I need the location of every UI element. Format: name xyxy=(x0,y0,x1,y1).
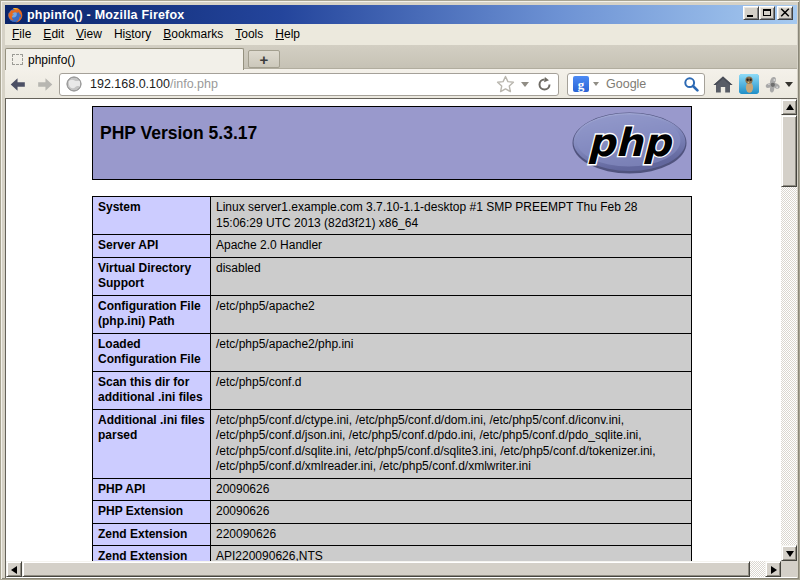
search-engine-dropdown-arrow[interactable] xyxy=(593,82,599,86)
toolbar-overflow-arrow[interactable] xyxy=(785,82,793,87)
php-logo-text: php xyxy=(587,120,674,165)
navigation-toolbar: 192.168.0.100/info.php g Google xyxy=(5,69,797,99)
search-magnifier-icon[interactable] xyxy=(683,76,699,92)
php-info-value: disabled xyxy=(211,257,692,295)
php-info-row: PHP Extension20090626 xyxy=(93,501,692,524)
php-info-value: API220090626,NTS xyxy=(211,546,692,562)
new-tab-button[interactable]: + xyxy=(248,50,280,68)
php-info-label: Server API xyxy=(93,235,211,258)
window-title: phpinfo() - Mozilla Firefox xyxy=(27,8,184,22)
tab-phpinfo[interactable]: phpinfo() xyxy=(5,48,244,70)
menu-bar: FileEditViewHistoryBookmarksToolsHelp xyxy=(5,24,797,45)
scroll-right-button[interactable] xyxy=(765,561,781,577)
php-info-value: Linux server1.example.com 3.7.10-1.1-des… xyxy=(211,197,692,235)
scroll-right-icon xyxy=(771,566,777,574)
title-bar[interactable]: phpinfo() - Mozilla Firefox xyxy=(5,5,797,24)
back-button[interactable] xyxy=(8,76,28,93)
php-info-label: Scan this dir for additional .ini files xyxy=(93,371,211,409)
maximize-button[interactable] xyxy=(759,6,775,20)
php-info-row: PHP API20090626 xyxy=(93,478,692,501)
close-button[interactable] xyxy=(777,6,793,20)
scrollbar-corner xyxy=(781,561,797,577)
php-info-value: 20090626 xyxy=(211,501,692,524)
scroll-up-button[interactable] xyxy=(781,99,797,115)
vertical-scrollbar[interactable] xyxy=(781,99,797,561)
firefox-icon xyxy=(7,7,23,23)
scroll-down-icon xyxy=(786,551,794,557)
close-icon xyxy=(780,8,790,17)
php-info-row: Zend ExtensionAPI220090626,NTS xyxy=(93,546,692,562)
scroll-left-button[interactable] xyxy=(6,561,22,577)
php-info-label: Zend Extension xyxy=(93,546,211,562)
tab-label: phpinfo() xyxy=(28,53,75,67)
php-info-value: /etc/php5/apache2/php.ini xyxy=(211,333,692,371)
menu-view[interactable]: View xyxy=(70,25,108,44)
minimize-icon xyxy=(747,15,753,17)
php-info-label: Loaded Configuration File xyxy=(93,333,211,371)
maximize-icon xyxy=(763,9,771,16)
php-info-row: SystemLinux server1.example.com 3.7.10-1… xyxy=(93,197,692,235)
php-info-value: /etc/php5/conf.d/ctype.ini, /etc/php5/co… xyxy=(211,409,692,478)
menu-edit[interactable]: Edit xyxy=(37,25,70,44)
favicon-placeholder-icon xyxy=(12,54,23,65)
php-info-label: System xyxy=(93,197,211,235)
php-version-title: PHP Version 5.3.17 xyxy=(100,123,257,144)
php-info-row: Additional .ini files parsed/etc/php5/co… xyxy=(93,409,692,478)
php-version-header: PHP Version 5.3.17 xyxy=(92,106,692,180)
php-info-label: Configuration File (php.ini) Path xyxy=(93,295,211,333)
php-info-row: Scan this dir for additional .ini files/… xyxy=(93,371,692,409)
search-placeholder[interactable]: Google xyxy=(606,77,683,91)
minimize-button[interactable] xyxy=(743,6,759,20)
php-info-label: PHP API xyxy=(93,478,211,501)
url-path: /info.php xyxy=(170,77,218,91)
url-text[interactable]: 192.168.0.100/info.php xyxy=(90,77,496,91)
php-info-row: Zend Extension220090626 xyxy=(93,523,692,546)
home-button[interactable] xyxy=(713,76,733,93)
addon-owl-icon[interactable] xyxy=(739,74,759,94)
google-engine-icon[interactable]: g xyxy=(573,76,589,92)
php-info-label: Additional .ini files parsed xyxy=(93,409,211,478)
menu-file[interactable]: File xyxy=(6,25,37,44)
bookmark-star-icon[interactable] xyxy=(496,75,515,93)
firefox-window: phpinfo() - Mozilla Firefox FileEditView… xyxy=(0,0,800,580)
vertical-scroll-thumb[interactable] xyxy=(781,115,797,187)
addon-gray-icon[interactable] xyxy=(764,75,782,94)
php-info-value: /etc/php5/apache2 xyxy=(211,295,692,333)
site-identity-globe-icon xyxy=(66,76,82,92)
php-info-value: /etc/php5/conf.d xyxy=(211,371,692,409)
search-bar[interactable]: g Google xyxy=(567,73,705,96)
php-info-value: 220090626 xyxy=(211,523,692,546)
php-info-label: PHP Extension xyxy=(93,501,211,524)
phpinfo-page: PHP Version 5.3.17 xyxy=(6,99,781,561)
php-info-label: Zend Extension xyxy=(93,523,211,546)
forward-button[interactable] xyxy=(35,76,55,93)
php-info-row: Configuration File (php.ini) Path/etc/ph… xyxy=(93,295,692,333)
tab-bar: phpinfo() + xyxy=(5,45,797,69)
menu-help[interactable]: Help xyxy=(269,25,306,44)
browser-content: PHP Version 5.3.17 xyxy=(5,98,797,578)
scroll-down-button[interactable] xyxy=(781,545,797,561)
menu-tools[interactable]: Tools xyxy=(229,25,269,44)
php-info-row: Loaded Configuration File/etc/php5/apach… xyxy=(93,333,692,371)
php-info-value: Apache 2.0 Handler xyxy=(211,235,692,258)
php-info-row: Virtual Directory Supportdisabled xyxy=(93,257,692,295)
scroll-left-icon xyxy=(11,566,17,574)
php-info-label: Virtual Directory Support xyxy=(93,257,211,295)
php-info-table: SystemLinux server1.example.com 3.7.10-1… xyxy=(92,196,692,561)
reload-button[interactable] xyxy=(537,77,552,92)
horizontal-scroll-thumb[interactable] xyxy=(22,561,750,577)
php-info-value: 20090626 xyxy=(211,478,692,501)
url-bar[interactable]: 192.168.0.100/info.php xyxy=(59,73,559,96)
horizontal-scrollbar[interactable] xyxy=(6,561,781,577)
php-info-row: Server APIApache 2.0 Handler xyxy=(93,235,692,258)
php-logo[interactable]: php xyxy=(571,111,688,175)
menu-bookmarks[interactable]: Bookmarks xyxy=(157,25,229,44)
url-host: 192.168.0.100 xyxy=(90,77,170,91)
menu-history[interactable]: History xyxy=(108,25,157,44)
scroll-up-icon xyxy=(786,104,794,110)
url-dropdown-arrow[interactable] xyxy=(521,82,529,87)
